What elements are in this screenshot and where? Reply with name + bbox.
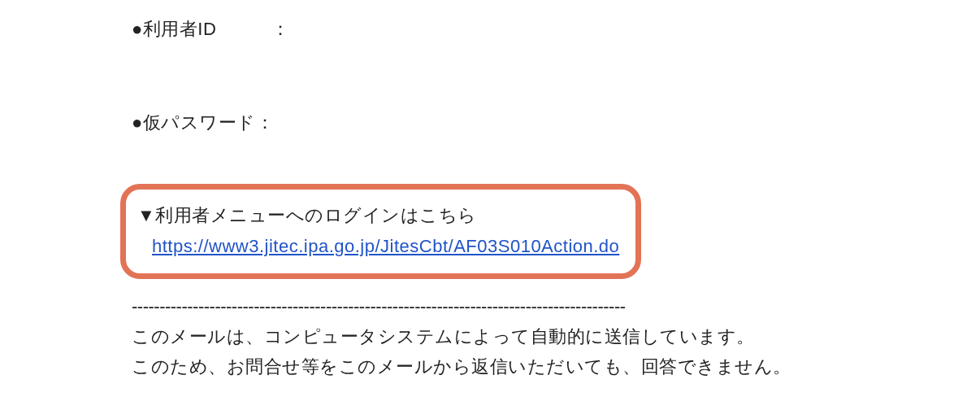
login-link[interactable]: https://www3.jitec.ipa.go.jp/JitesCbt/AF… [152, 236, 619, 256]
auto-send-note-1: このメールは、コンピュータシステムによって自動的に送信しています。 [132, 322, 980, 351]
temp-password-label: ●仮パスワード： [132, 108, 980, 137]
divider-line: ----------------------------------------… [132, 292, 980, 321]
spacer [132, 50, 980, 108]
spacer [132, 143, 980, 184]
login-link-line: https://www3.jitec.ipa.go.jp/JitesCbt/AF… [152, 232, 619, 260]
email-body: ●利用者ID ： ●仮パスワード： ▼利用者メニューへのログインはこちら htt… [0, 0, 980, 381]
user-id-label: ●利用者ID ： [132, 15, 980, 43]
login-callout: ▼利用者メニューへのログインはこちら https://www3.jitec.ip… [120, 184, 641, 278]
login-heading: ▼利用者メニューへのログインはこちら [137, 201, 619, 229]
auto-send-note-2: このため、お問合せ等をこのメールから返信いただいても、回答できません。 [132, 352, 980, 381]
